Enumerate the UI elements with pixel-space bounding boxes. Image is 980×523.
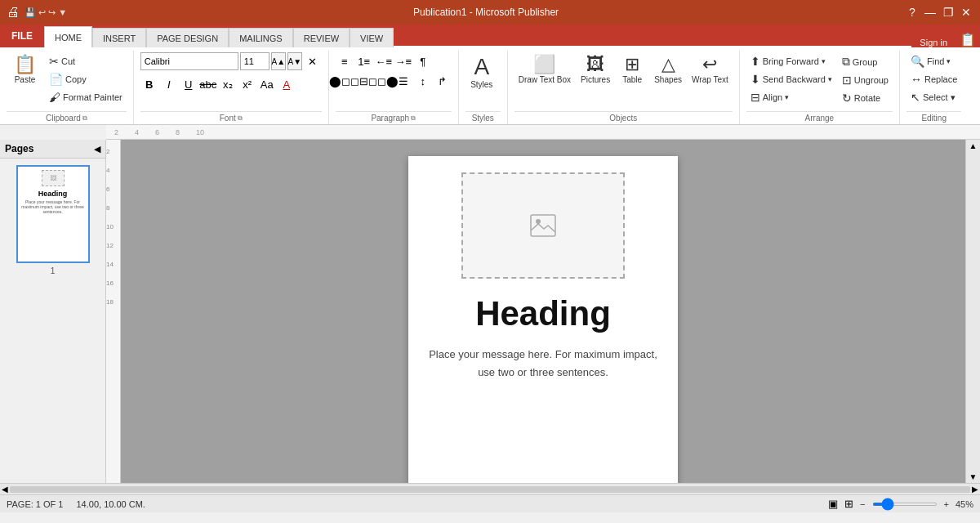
canvas-area[interactable]: Heading Place your message here. For max… bbox=[121, 140, 965, 483]
pictures-button[interactable]: 🖼 Pictures bbox=[577, 52, 614, 87]
font-expand-icon[interactable]: ⧉ bbox=[238, 114, 243, 123]
line-spacing-button[interactable]: ↕ bbox=[414, 72, 432, 90]
align-button[interactable]: ⊟ Align ▾ bbox=[746, 88, 836, 106]
ribbon: 📋 Paste ✂ Cut 📄 Copy 🖌 Format Painter bbox=[0, 47, 980, 125]
send-backward-icon: ⬇ bbox=[751, 73, 760, 86]
rotate-button[interactable]: ↻ Rotate bbox=[838, 89, 893, 107]
vertical-ruler: 24681012141618 bbox=[106, 140, 121, 483]
ribbon-group-paragraph: ≡ 1≡ ←≡ →≡ ¶ ⬤◻◻ ⊟ ◻◻⬤ ☰ ↕ ↱ Paragraph ⧉ bbox=[329, 51, 459, 124]
superscript-button[interactable]: x² bbox=[238, 75, 256, 93]
font-color-button[interactable]: A bbox=[278, 75, 296, 93]
select-icon: ↖ bbox=[911, 91, 920, 104]
underline-button[interactable]: U bbox=[180, 75, 198, 93]
paragraph-expand-icon[interactable]: ⧉ bbox=[411, 114, 416, 123]
font-size-input[interactable] bbox=[240, 52, 270, 70]
publisher-icon: 📋 bbox=[956, 32, 980, 47]
thumb-body: Place your message here. For maximum imp… bbox=[21, 199, 85, 214]
clipboard-expand-icon[interactable]: ⧉ bbox=[82, 114, 87, 123]
document-heading[interactable]: Heading bbox=[425, 295, 662, 333]
find-button[interactable]: 🔍 Find ▾ bbox=[906, 52, 961, 70]
horizontal-scroll-thumb[interactable] bbox=[10, 486, 970, 493]
draw-text-box-button[interactable]: ⬜ Draw Text Box bbox=[514, 52, 575, 87]
justify-button[interactable]: ☰ bbox=[394, 72, 412, 90]
copy-icon: 📄 bbox=[49, 73, 63, 86]
scroll-right-button[interactable]: ▶ bbox=[972, 485, 978, 494]
strikethrough-button[interactable]: abc bbox=[199, 75, 217, 93]
view-normal-button[interactable]: ▣ bbox=[828, 498, 838, 510]
clipboard-label: Clipboard ⧉ bbox=[7, 111, 127, 124]
numbering-button[interactable]: 1≡ bbox=[355, 52, 373, 70]
ungroup-icon: ⊡ bbox=[842, 74, 852, 87]
decrease-font-size-button[interactable]: A▼ bbox=[287, 52, 302, 70]
increase-font-size-button[interactable]: A▲ bbox=[271, 52, 286, 70]
decrease-indent-button[interactable]: ←≡ bbox=[375, 52, 393, 70]
replace-button[interactable]: ↔ Replace bbox=[906, 70, 961, 88]
svg-rect-1 bbox=[531, 215, 555, 236]
align-left-button[interactable]: ⬤◻◻ bbox=[336, 72, 354, 90]
styles-button[interactable]: A Styles bbox=[466, 52, 498, 92]
bring-forward-button[interactable]: ⬆ Bring Forward ▾ bbox=[746, 52, 836, 70]
page-thumb-container: 🖼 Heading Place your message here. For m… bbox=[0, 159, 105, 282]
help-button[interactable]: ? bbox=[905, 6, 920, 19]
view-master-button[interactable]: ⊞ bbox=[844, 498, 853, 510]
format-painter-button[interactable]: 🖌 Format Painter bbox=[45, 88, 127, 106]
select-button[interactable]: ↖ Select ▾ bbox=[906, 88, 961, 106]
group-button[interactable]: ⧉ Group bbox=[838, 52, 893, 71]
zoom-slider[interactable] bbox=[872, 503, 938, 506]
ungroup-button[interactable]: ⊡ Ungroup bbox=[838, 71, 893, 89]
send-backward-button[interactable]: ⬇ Send Backward ▾ bbox=[746, 70, 836, 88]
zoom-minus-icon[interactable]: − bbox=[860, 499, 865, 509]
table-button[interactable]: ⊞ Table bbox=[616, 52, 648, 87]
ribbon-group-arrange: ⬆ Bring Forward ▾ ⬇ Send Backward ▾ ⊟ Al… bbox=[740, 51, 900, 124]
paragraph-label: Paragraph ⧉ bbox=[336, 111, 452, 124]
pages-panel-collapse-button[interactable]: ◀ bbox=[94, 144, 100, 154]
horizontal-ruler: /* ruler drawn via CSS */ 2 4 6 8 10 12 … bbox=[106, 125, 980, 140]
zoom-plus-icon[interactable]: + bbox=[944, 499, 949, 509]
scroll-up-button[interactable]: ▲ bbox=[968, 140, 979, 152]
paste-button[interactable]: 📋 Paste bbox=[7, 52, 43, 87]
font-name-input[interactable] bbox=[140, 52, 238, 70]
tab-review[interactable]: REVIEW bbox=[293, 28, 350, 47]
tab-insert[interactable]: INSERT bbox=[92, 28, 146, 47]
align-right-button[interactable]: ◻◻⬤ bbox=[375, 72, 393, 90]
increase-indent-button[interactable]: →≡ bbox=[394, 52, 412, 70]
italic-button[interactable]: I bbox=[160, 75, 178, 93]
editing-label: Editing bbox=[906, 111, 961, 124]
cut-button[interactable]: ✂ Cut bbox=[45, 52, 127, 70]
page-thumbnail[interactable]: 🖼 Heading Place your message here. For m… bbox=[16, 165, 90, 263]
image-icon bbox=[530, 214, 556, 237]
thumb-image-placeholder: 🖼 bbox=[42, 170, 65, 186]
tab-file[interactable]: FILE bbox=[0, 25, 44, 47]
ribbon-group-styles: A Styles Styles bbox=[459, 51, 508, 124]
sign-in-button[interactable]: Sign in bbox=[911, 38, 956, 47]
tab-view[interactable]: VIEW bbox=[350, 28, 394, 47]
show-hide-button[interactable]: ¶ bbox=[414, 52, 432, 70]
bold-button[interactable]: B bbox=[140, 75, 158, 93]
group-icon: ⧉ bbox=[842, 55, 850, 69]
arrange-label: Arrange bbox=[746, 111, 893, 124]
subscript-button[interactable]: x₂ bbox=[219, 75, 237, 93]
thumb-heading: Heading bbox=[38, 190, 68, 198]
shapes-button[interactable]: △ Shapes bbox=[650, 52, 686, 87]
ribbon-group-font: A▲ A▼ ✕ B I U abc x₂ x² Aa A Font ⧉ bbox=[134, 51, 329, 124]
tab-mailings[interactable]: MAILINGS bbox=[229, 28, 293, 47]
image-placeholder[interactable] bbox=[461, 172, 625, 279]
close-button[interactable]: ✕ bbox=[959, 6, 973, 19]
vertical-scrollbar[interactable]: ▲ ▼ bbox=[965, 140, 980, 483]
clear-formatting-button[interactable]: ✕ bbox=[304, 52, 322, 70]
tab-home[interactable]: HOME bbox=[44, 26, 92, 47]
scroll-down-button[interactable]: ▼ bbox=[968, 471, 979, 483]
scroll-left-button[interactable]: ◀ bbox=[2, 485, 8, 494]
wrap-text-button[interactable]: ↩ Wrap Text bbox=[688, 52, 733, 87]
zoom-level: 45% bbox=[956, 499, 973, 509]
horizontal-scrollbar[interactable]: ◀ ▶ bbox=[0, 483, 980, 494]
change-case-button[interactable]: Aa bbox=[258, 75, 276, 93]
copy-button[interactable]: 📄 Copy bbox=[45, 70, 127, 88]
restore-button[interactable]: ❐ bbox=[941, 6, 956, 19]
document-body[interactable]: Place your message here. For maximum imp… bbox=[425, 346, 662, 382]
tab-page-design[interactable]: PAGE DESIGN bbox=[146, 28, 229, 47]
text-direction-button[interactable]: ↱ bbox=[434, 72, 452, 90]
minimize-button[interactable]: — bbox=[923, 6, 938, 19]
bullets-button[interactable]: ≡ bbox=[336, 52, 354, 70]
pages-panel-header: Pages ◀ bbox=[0, 140, 105, 159]
